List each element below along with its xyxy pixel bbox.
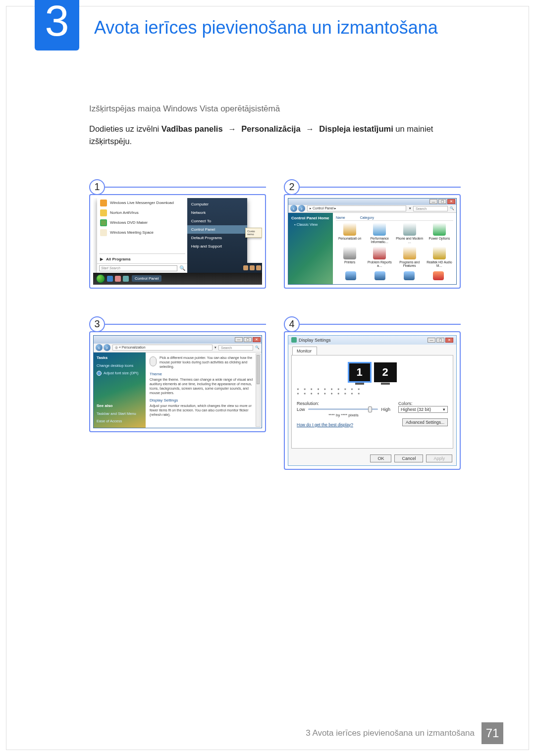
column-header[interactable]: Name bbox=[336, 216, 345, 219]
start-right-item[interactable]: Default Programs bbox=[187, 234, 247, 242]
control-panel-item[interactable]: Personalizati on bbox=[336, 223, 364, 244]
monitor-tab[interactable]: Monitor bbox=[292, 347, 317, 355]
start-power-row[interactable] bbox=[242, 263, 262, 273]
quick-launch-icon[interactable] bbox=[115, 276, 121, 282]
ok-button[interactable]: OK bbox=[370, 454, 391, 462]
redacted-line: * * * * * * * * * * bbox=[297, 388, 448, 393]
control-panel-item[interactable]: Performance Informatio… bbox=[366, 223, 393, 244]
column-header[interactable]: Category bbox=[360, 216, 374, 219]
control-panel-item[interactable]: Phone and Modem … bbox=[396, 223, 424, 244]
slider-high-label: High bbox=[381, 407, 390, 412]
control-panel-item[interactable]: Realtek HD Audio M… bbox=[426, 247, 453, 267]
sidebar: Control Panel Home • Classic View bbox=[288, 213, 333, 284]
scroll-thumb-icon bbox=[345, 271, 356, 280]
monitor-layout[interactable]: 1 2 bbox=[348, 362, 397, 382]
sidebar-link[interactable]: Ease of Access bbox=[97, 419, 143, 423]
start-search-input[interactable]: Start Search bbox=[99, 265, 177, 271]
control-panel-item[interactable]: Programs and Features bbox=[396, 247, 424, 267]
start-menu-item[interactable]: Norton AntiVirus bbox=[97, 208, 187, 218]
nav-back-button[interactable]: ‹ bbox=[290, 205, 297, 212]
cp-item-icon bbox=[343, 247, 356, 259]
display-description: Adjust your monitor resolution, which ch… bbox=[150, 403, 258, 417]
nav-forward-button[interactable]: › bbox=[104, 344, 110, 351]
apply-button[interactable]: Apply bbox=[426, 454, 452, 462]
search-input[interactable]: Search bbox=[218, 345, 253, 351]
cp-item-icon bbox=[373, 223, 386, 236]
close-button[interactable]: ✕ bbox=[253, 337, 261, 342]
start-menu-item[interactable]: Windows Live Messenger Download bbox=[97, 198, 187, 208]
scrollbar-thumb[interactable] bbox=[257, 355, 260, 384]
control-panel-item[interactable]: Printers bbox=[336, 247, 364, 267]
scroll-thumb-icon bbox=[433, 271, 444, 280]
scroll-thumb-icon bbox=[374, 271, 385, 280]
start-button[interactable] bbox=[96, 274, 105, 283]
figure-1: 1 Windows Live Messenger Download Norton… bbox=[89, 179, 266, 289]
resolution-label: Resolution: bbox=[297, 401, 390, 406]
address-bar[interactable]: ◎ « Personalization bbox=[112, 345, 213, 351]
resolution-slider[interactable]: Low High bbox=[297, 407, 390, 412]
chapter-title: Avota ierīces pievienošana un izmantošan… bbox=[94, 17, 438, 38]
quick-launch-icon[interactable] bbox=[123, 276, 129, 282]
start-right-item[interactable]: Connect To bbox=[187, 217, 247, 225]
start-menu-item[interactable]: Windows DVD Maker bbox=[97, 218, 187, 228]
cp-item-label: Personalizati on bbox=[338, 237, 361, 240]
taskbar[interactable]: Control Panel bbox=[93, 273, 262, 285]
tooltip-popup: Custoremo bbox=[245, 228, 262, 238]
start-menu[interactable]: Windows Live Messenger Download Norton A… bbox=[97, 198, 247, 273]
theme-link[interactable]: Theme bbox=[150, 372, 258, 376]
minimize-button[interactable]: — bbox=[429, 199, 437, 204]
nav-back-button[interactable]: ‹ bbox=[96, 344, 103, 351]
all-programs-label: All Programs bbox=[106, 257, 131, 261]
control-panel-item[interactable]: Problem Reports a… bbox=[366, 247, 393, 267]
page-number: 71 bbox=[482, 722, 503, 744]
slider-thumb[interactable] bbox=[368, 406, 372, 412]
start-item-label: Windows Meeting Space bbox=[110, 230, 154, 235]
cp-item-label: Phone and Modem … bbox=[396, 237, 424, 244]
scroll-thumb-icon bbox=[404, 271, 415, 280]
sidebar-link[interactable]: Taskbar and Start Menu bbox=[97, 411, 143, 416]
display-settings-link[interactable]: Display Settings bbox=[150, 398, 258, 403]
sidebar-item[interactable]: • Classic View bbox=[294, 222, 330, 227]
control-panel-item[interactable]: Power Options bbox=[426, 223, 453, 244]
scrollbar[interactable] bbox=[256, 353, 261, 427]
search-icon[interactable]: 🔍 bbox=[179, 265, 185, 271]
cp-item-icon bbox=[433, 223, 446, 236]
monitor-2[interactable]: 2 bbox=[374, 362, 397, 382]
cp-item-label: Printers bbox=[344, 260, 355, 264]
start-right-item[interactable]: Computer bbox=[187, 200, 247, 208]
close-button[interactable]: ✕ bbox=[447, 199, 455, 204]
cp-item-icon bbox=[403, 223, 416, 236]
advanced-settings-button[interactable]: Advanced Settings... bbox=[402, 418, 448, 426]
all-programs-button[interactable]: ▶All Programs bbox=[97, 255, 187, 263]
nav-forward-button[interactable]: › bbox=[298, 205, 305, 212]
sidebar-link[interactable]: Adjust font size (DPI) bbox=[97, 371, 143, 376]
minimize-button[interactable]: — bbox=[235, 337, 243, 342]
minimize-button[interactable]: — bbox=[428, 338, 435, 343]
start-right-item[interactable]: Network bbox=[187, 208, 247, 217]
close-button[interactable]: ✕ bbox=[445, 338, 453, 343]
colors-label: Colors: bbox=[398, 401, 448, 406]
personalization-window: — ▢ ✕ ‹ › ◎ « Personalization ▾ Search bbox=[93, 335, 262, 428]
maximize-button[interactable]: ▢ bbox=[244, 337, 252, 342]
sidebar-link[interactable]: Change desktop icons bbox=[97, 363, 143, 368]
cancel-button[interactable]: Cancel bbox=[394, 454, 423, 462]
monitor-1[interactable]: 1 bbox=[348, 362, 371, 382]
figure-4: 4 Display Settings — ▢ ✕ Mo bbox=[284, 316, 461, 470]
colors-select[interactable]: Highest (32 bit)▾ bbox=[398, 406, 448, 413]
start-right-item[interactable]: Help and Support bbox=[187, 242, 247, 251]
maximize-button[interactable]: ▢ bbox=[438, 199, 446, 204]
search-input[interactable]: Search bbox=[413, 206, 448, 211]
maximize-button[interactable]: ▢ bbox=[436, 338, 444, 343]
start-menu-item[interactable]: Windows Meeting Space bbox=[97, 228, 187, 238]
start-item-label: Norton AntiVirus bbox=[110, 210, 139, 215]
control-panel-window: — ▢ ✕ ‹ › ▸ Control Panel ▸ ▾ Search bbox=[288, 198, 457, 285]
taskbar-window-button[interactable]: Control Panel bbox=[132, 275, 161, 282]
quick-launch-icon[interactable] bbox=[107, 276, 113, 282]
shield-icon bbox=[97, 371, 102, 376]
cp-item-label: Programs and Features bbox=[396, 260, 424, 267]
address-bar[interactable]: ▸ Control Panel ▸ bbox=[307, 205, 406, 211]
cp-item-label: Problem Reports a… bbox=[366, 260, 393, 267]
display-settings-dialog: Display Settings — ▢ ✕ Monitor 1 2 bbox=[288, 335, 457, 466]
start-right-item[interactable]: Control Panel bbox=[187, 225, 247, 234]
personalization-main: Pick a different mouse pointer. You can … bbox=[146, 353, 262, 428]
